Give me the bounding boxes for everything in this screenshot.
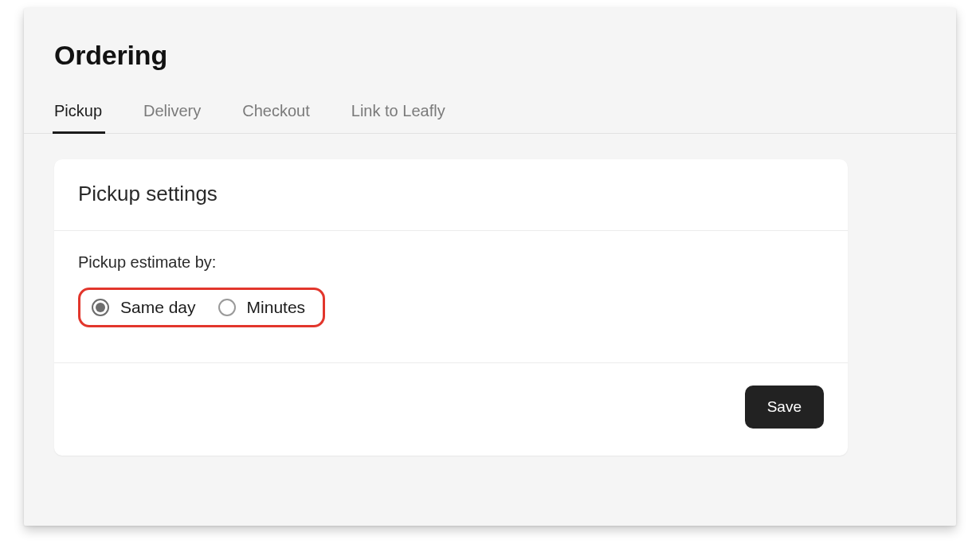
pickup-estimate-label: Pickup estimate by: — [78, 253, 824, 272]
radio-same-day[interactable]: Same day — [92, 298, 196, 317]
card-body: Pickup estimate by: Same day Minutes — [54, 231, 848, 362]
ordering-panel: Ordering Pickup Delivery Checkout Link t… — [24, 8, 956, 526]
tab-pickup[interactable]: Pickup — [54, 102, 102, 133]
tab-checkout[interactable]: Checkout — [242, 102, 310, 133]
tab-label: Pickup — [54, 102, 102, 119]
pickup-settings-card: Pickup settings Pickup estimate by: Same… — [54, 159, 848, 456]
ordering-tabs: Pickup Delivery Checkout Link to Leafly — [24, 88, 956, 134]
card-header: Pickup settings — [54, 159, 848, 230]
radio-icon — [218, 299, 236, 316]
highlight-annotation: Same day Minutes — [78, 288, 325, 327]
tab-label: Delivery — [143, 102, 201, 119]
radio-icon — [92, 299, 109, 316]
tab-label: Checkout — [242, 102, 310, 119]
radio-label: Same day — [120, 298, 196, 317]
tab-link-to-leafly[interactable]: Link to Leafly — [351, 102, 445, 133]
tab-label: Link to Leafly — [351, 102, 445, 119]
radio-label: Minutes — [247, 298, 306, 317]
save-button[interactable]: Save — [745, 386, 824, 429]
tab-delivery[interactable]: Delivery — [143, 102, 201, 133]
radio-minutes[interactable]: Minutes — [218, 298, 306, 317]
card-footer: Save — [54, 363, 848, 456]
page-title: Ordering — [54, 40, 167, 71]
